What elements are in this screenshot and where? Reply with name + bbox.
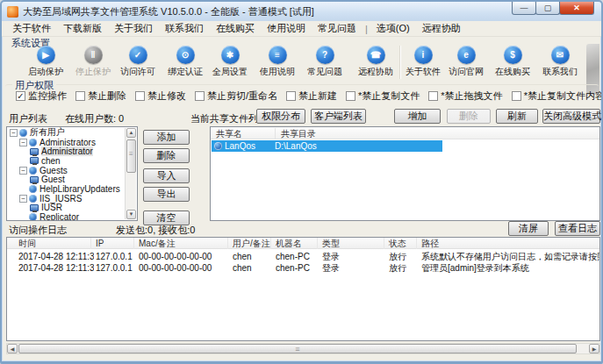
- menu-about-us[interactable]: 关于我们: [109, 21, 158, 36]
- tree-node-guest[interactable]: Guest: [9, 175, 125, 184]
- checkbox-forbid-drag-file[interactable]: *禁止拖拽文件: [428, 89, 502, 103]
- checkbox-forbid-copy-content[interactable]: *禁止复制文件内容: [512, 89, 603, 103]
- toolbar-website[interactable]: e 访问官网: [441, 46, 491, 78]
- column-path[interactable]: 路径: [417, 238, 599, 249]
- column-user[interactable]: 用户/备注: [228, 238, 271, 249]
- scroll-up-icon[interactable]: ▲: [126, 128, 136, 138]
- tree-node-chen[interactable]: chen: [9, 156, 125, 166]
- toolbar-manual[interactable]: ≡ 使用说明: [253, 46, 302, 78]
- tree-node-administrator[interactable]: Administrator: [9, 146, 125, 156]
- user-tree-panel: −所有用户 −Administrators Administrator chen…: [6, 126, 138, 221]
- log-row[interactable]: 2017-04-28 12:11:30 127.0.0.1 00-00-00-0…: [7, 251, 599, 262]
- maximize-button[interactable]: ▢: [535, 2, 560, 15]
- log-mac: 00-00-00-00-00-00: [139, 251, 230, 262]
- close-button[interactable]: ✕: [559, 2, 594, 15]
- menu-faq[interactable]: 常见问题: [312, 21, 362, 36]
- scrollbar-thumb[interactable]: [126, 139, 136, 173]
- log-mac: 00-00-00-00-00-00: [139, 262, 230, 274]
- permission-checkboxes: ✓监控操作 禁止删除 禁止修改 禁止剪切/重命名 禁止新建 *禁止复制文件 *禁…: [16, 89, 597, 103]
- clear-screen-button[interactable]: 清屏: [508, 221, 549, 236]
- log-user: chen: [233, 262, 273, 274]
- menu-manual[interactable]: 使用说明: [262, 21, 311, 36]
- user-import-button[interactable]: 导入: [143, 168, 190, 183]
- tree-node-helplibraryupdaters[interactable]: HelpLibraryUpdaters: [9, 184, 125, 194]
- column-share-name[interactable]: 共享名: [216, 128, 242, 140]
- scrollbar-thumb[interactable]: [18, 344, 577, 353]
- toolbar-about[interactable]: i 关于软件: [398, 46, 448, 78]
- menu-contact-us[interactable]: 联系我们: [160, 21, 209, 36]
- minimize-button[interactable]: —: [512, 2, 536, 15]
- tree-node-administrators[interactable]: −Administrators: [9, 138, 125, 147]
- user-delete-button[interactable]: 删除: [143, 148, 190, 163]
- tree-node-iis-iusrs[interactable]: −IIS_IUSRS: [9, 194, 125, 203]
- collapse-icon[interactable]: −: [10, 129, 18, 137]
- toolbar-bind-auth[interactable]: ⊙ 绑定认证: [161, 46, 210, 78]
- scroll-left-icon[interactable]: ◀: [7, 344, 18, 353]
- checkbox-forbid-modify[interactable]: 禁止修改: [135, 89, 186, 103]
- checkbox-forbid-copy-file[interactable]: *禁止复制文件: [346, 89, 420, 103]
- refresh-button[interactable]: 刷新: [496, 109, 538, 124]
- user-tree: −所有用户 −Administrators Administrator chen…: [9, 128, 125, 221]
- bind-auth-icon: ⊙: [176, 46, 195, 64]
- group-globe-icon: [29, 195, 37, 203]
- column-mac[interactable]: Mac/备注: [134, 238, 228, 249]
- column-machine[interactable]: 机器名: [271, 238, 318, 249]
- user-icon: [30, 204, 39, 211]
- tree-node-iusr[interactable]: IUSR: [9, 203, 125, 213]
- log-row[interactable]: 2017-04-28 12:11:30 127.0.0.1 00-00-00-0…: [7, 262, 599, 274]
- scroll-right-icon[interactable]: ▶: [589, 344, 599, 353]
- column-ip[interactable]: IP: [91, 238, 134, 249]
- view-log-button[interactable]: 查看日志: [555, 221, 600, 236]
- tree-node-replicator[interactable]: Replicator: [9, 212, 125, 221]
- permission-dist-button[interactable]: 权限分布: [256, 109, 305, 124]
- share-row-selected[interactable]: LanQos D:\LanQos: [212, 140, 442, 152]
- user-add-button[interactable]: 添加: [143, 130, 190, 145]
- checkbox-forbid-cut-rename[interactable]: 禁止剪切/重命名: [195, 89, 277, 103]
- column-share-dir[interactable]: 共享目录: [275, 128, 316, 139]
- user-list-label: 用户列表: [9, 112, 47, 125]
- system-settings-group: 系统设置 ▶ 启动保护 ‖ 停止保护 ✓ 访问许可 ⊙ 绑定认证 ✱ 全局设置 …: [5, 42, 599, 79]
- contact-icon: ✉: [551, 46, 570, 64]
- checkbox-icon: [135, 91, 145, 101]
- menu-about-software[interactable]: 关于软件: [7, 21, 56, 36]
- website-icon: e: [457, 46, 476, 64]
- toolbar-faq[interactable]: ? 常见问题: [300, 46, 349, 78]
- toolbar-contact[interactable]: ✉ 联系我们: [535, 46, 585, 78]
- packet-counters: 发送包:0, 接收包:0: [116, 224, 195, 237]
- toolbar-start-protect[interactable]: ▶ 启动保护: [21, 46, 70, 78]
- checkbox-forbid-delete[interactable]: 禁止删除: [75, 89, 126, 103]
- close-advanced-mode-button[interactable]: 关闭高级模式: [542, 109, 600, 124]
- column-time[interactable]: 时间: [7, 238, 91, 249]
- user-export-button[interactable]: 导出: [143, 187, 190, 202]
- menu-remote-help[interactable]: 远程协助: [417, 21, 466, 36]
- collapse-icon[interactable]: −: [19, 167, 27, 175]
- scroll-down-icon[interactable]: ▼: [126, 210, 136, 219]
- group-globe-icon: [29, 185, 37, 193]
- log-machine: chen-PC: [276, 262, 319, 274]
- log-ip: 127.0.0.1: [96, 251, 136, 262]
- log-status: 放行: [389, 251, 419, 262]
- collapse-icon[interactable]: −: [19, 195, 27, 203]
- menu-bar: 关于软件 下载新版 关于我们 联系我们 在线购买 使用说明 常见问题 | 选项(…: [2, 21, 601, 37]
- tree-node-guests[interactable]: −Guests: [9, 166, 125, 175]
- tree-node-all-users[interactable]: −所有用户: [9, 128, 125, 138]
- menu-download-new[interactable]: 下载新版: [58, 21, 107, 36]
- menu-buy-online[interactable]: 在线购买: [211, 21, 260, 36]
- column-type[interactable]: 类型: [318, 238, 384, 249]
- toolbar-access-permit[interactable]: ✓ 访问许可: [113, 46, 162, 78]
- log-time: 2017-04-28 12:11:30: [18, 251, 94, 262]
- checkbox-monitor-ops[interactable]: ✓监控操作: [16, 89, 67, 103]
- checkbox-forbid-create[interactable]: 禁止新建: [286, 89, 337, 103]
- toolbar-remote-help[interactable]: ☎ 远程协助: [351, 46, 400, 78]
- toolbar-global-settings[interactable]: ✱ 全局设置: [205, 46, 255, 78]
- share-add-button[interactable]: 增加: [394, 109, 441, 124]
- collapse-icon[interactable]: −: [19, 139, 27, 146]
- menu-options[interactable]: 选项(O): [371, 21, 415, 36]
- tree-vertical-scrollbar[interactable]: ▲ ▼: [125, 128, 136, 219]
- checkbox-icon: [346, 91, 355, 101]
- column-status[interactable]: 状态: [384, 238, 417, 249]
- about-icon: i: [414, 46, 433, 64]
- client-list-button[interactable]: 客户端列表: [311, 109, 366, 124]
- toolbar-buy[interactable]: $ 在线购买: [488, 46, 537, 78]
- log-horizontal-scrollbar[interactable]: ◀ ▶: [6, 343, 600, 354]
